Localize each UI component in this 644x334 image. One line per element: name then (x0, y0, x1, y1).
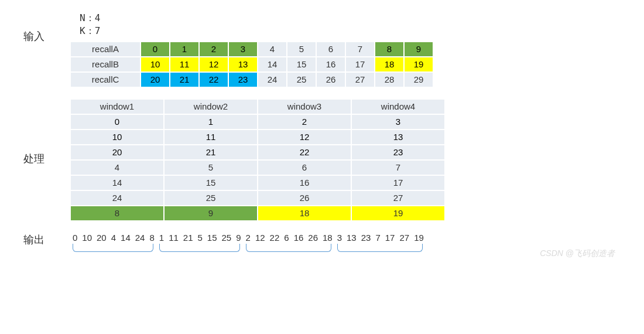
input-cell: 21 (170, 72, 199, 87)
process-cell: 5 (164, 160, 258, 175)
input-cell: 25 (287, 72, 316, 87)
output-number: 14 (118, 233, 133, 243)
bracket-icon (159, 244, 240, 252)
output-group: 01020414248 (70, 233, 157, 243)
process-cell: 2 (258, 114, 351, 129)
input-cell: 14 (258, 57, 287, 72)
output-number: 8 (147, 233, 156, 243)
output-number: 13 (344, 233, 359, 243)
input-cell: 2 (199, 42, 228, 57)
param-n: N：4 (80, 12, 621, 25)
input-row-label: recallA (70, 42, 141, 57)
input-cell: 7 (345, 42, 375, 57)
input-cell: 20 (141, 72, 170, 87)
process-cell: 22 (258, 145, 351, 160)
process-row: 10111213 (70, 129, 445, 145)
input-section: 输入 N：4 K：7 recallA0123456789recallB10111… (23, 12, 621, 87)
input-cell: 24 (258, 72, 287, 87)
output-number: 9 (234, 233, 243, 243)
output-number: 2 (244, 233, 253, 243)
process-cell: 23 (351, 145, 445, 160)
output-group: 313237172719 (335, 233, 426, 243)
output-number: 11 (166, 233, 181, 243)
process-body: window1window2window3window4012310111213… (70, 99, 621, 221)
process-table: window1window2window3window4012310111213… (70, 99, 445, 221)
output-number: 27 (397, 233, 412, 243)
input-cell: 1 (170, 42, 199, 57)
process-cell: 19 (351, 206, 445, 221)
output-number: 17 (383, 233, 398, 243)
param-n-value: 4 (95, 12, 101, 23)
window-header: window3 (258, 99, 351, 114)
process-cell: 20 (70, 145, 164, 160)
process-cell: 12 (258, 129, 351, 145)
process-cell: 9 (164, 206, 258, 221)
process-cell: 16 (258, 175, 351, 190)
input-cell: 26 (316, 72, 345, 87)
watermark-text: CSDN @飞码创造者 (540, 248, 615, 259)
process-cell: 3 (351, 114, 445, 129)
process-cell: 18 (258, 206, 351, 221)
output-number: 21 (181, 233, 196, 243)
input-cell: 29 (404, 72, 433, 87)
output-number: 4 (109, 233, 118, 243)
input-cell: 0 (141, 42, 170, 57)
output-number: 3 (335, 233, 344, 243)
output-numbers: 0102041424811121515259212226162618313237… (70, 233, 621, 243)
input-cell: 16 (316, 57, 345, 72)
output-number: 19 (412, 233, 426, 243)
input-label: 输入 (23, 12, 70, 43)
process-row: 14151617 (70, 175, 445, 190)
input-cell: 9 (404, 42, 433, 57)
output-number: 24 (133, 233, 148, 243)
input-cell: 4 (258, 42, 287, 57)
input-cell: 17 (345, 57, 375, 72)
process-cell: 6 (258, 160, 351, 175)
output-group: 212226162618 (244, 233, 335, 243)
process-row: 0123 (70, 114, 445, 129)
process-row: 20212223 (70, 145, 445, 160)
params-block: N：4 K：7 (80, 12, 621, 38)
input-row: recallB10111213141516171819 (70, 57, 621, 72)
output-number: 7 (373, 233, 382, 243)
param-k: K：7 (80, 25, 621, 38)
process-row: 891819 (70, 206, 445, 221)
input-row-label: recallB (70, 57, 141, 72)
output-number: 5 (196, 233, 205, 243)
window-header: window2 (164, 99, 258, 114)
input-cell: 8 (375, 42, 404, 57)
output-number: 22 (268, 233, 282, 243)
input-cell: 27 (345, 72, 375, 87)
output-number: 15 (205, 233, 220, 243)
output-section: 输出 0102041424811121515259212226162618313… (23, 233, 621, 255)
input-cell: 15 (287, 57, 316, 72)
input-cell: 10 (141, 57, 170, 72)
input-row: recallA0123456789 (70, 42, 621, 57)
input-cell: 23 (228, 72, 258, 87)
process-cell: 11 (164, 129, 258, 145)
window-header: window4 (351, 99, 445, 114)
bracket-icon (246, 244, 331, 252)
input-cell: 19 (404, 57, 433, 72)
output-number: 12 (253, 233, 268, 243)
process-cell: 17 (351, 175, 445, 190)
input-cell: 3 (228, 42, 258, 57)
input-table: recallA0123456789recallB1011121314151617… (70, 42, 621, 87)
input-cell: 12 (199, 57, 228, 72)
process-label: 处理 (23, 99, 70, 166)
process-cell: 0 (70, 114, 164, 129)
output-number: 6 (282, 233, 291, 243)
process-cell: 8 (70, 206, 164, 221)
output-number: 10 (80, 233, 94, 243)
output-number: 25 (220, 233, 234, 243)
process-cell: 4 (70, 160, 164, 175)
process-cell: 25 (164, 190, 258, 206)
process-row: 24252627 (70, 190, 445, 206)
output-number: 18 (320, 233, 335, 243)
process-cell: 21 (164, 145, 258, 160)
process-cell: 7 (351, 160, 445, 175)
output-number: 1 (157, 233, 166, 243)
process-cell: 24 (70, 190, 164, 206)
process-header-row: window1window2window3window4 (70, 99, 445, 114)
output-number: 0 (70, 233, 80, 243)
